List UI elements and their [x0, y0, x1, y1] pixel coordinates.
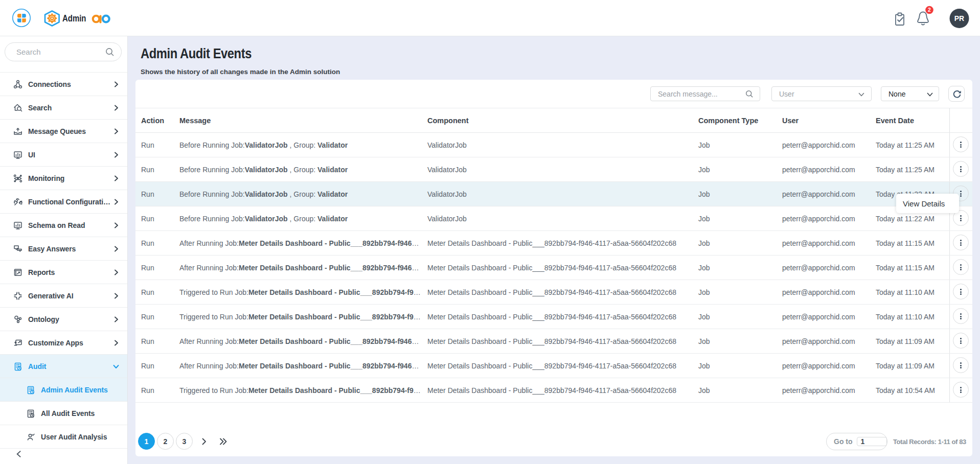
svg-text:2: 2: [928, 7, 931, 13]
svg-text:Admin: Admin: [62, 13, 86, 24]
svg-text:PR: PR: [954, 14, 964, 22]
